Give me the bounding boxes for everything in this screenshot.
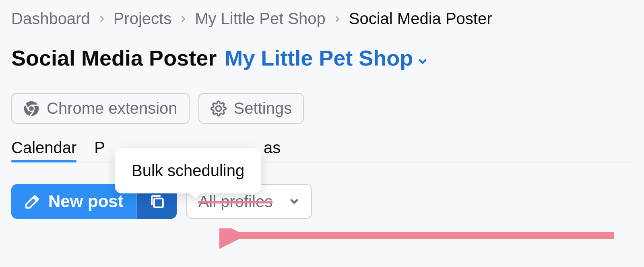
tabs: Calendar P as <box>11 138 633 162</box>
tooltip-text: Bulk scheduling <box>132 162 244 179</box>
chrome-icon <box>23 101 39 117</box>
svg-rect-3 <box>154 199 163 207</box>
toolbar: New post All profiles <box>11 184 633 219</box>
breadcrumb-project-name[interactable]: My Little Pet Shop <box>195 10 326 28</box>
svg-point-2 <box>29 106 34 111</box>
chevron-down-icon <box>289 196 300 207</box>
all-profiles-label: All profiles <box>198 193 273 211</box>
pencil-icon <box>24 193 41 210</box>
settings-label: Settings <box>234 99 292 117</box>
chevron-down-icon <box>417 56 428 67</box>
copy-icon <box>148 193 166 210</box>
chevron-right-icon <box>179 14 188 23</box>
project-picker-label: My Little Pet Shop <box>225 45 413 70</box>
chevron-right-icon <box>333 14 342 23</box>
gear-icon <box>211 101 227 117</box>
settings-button[interactable]: Settings <box>198 93 304 124</box>
tab-content-ideas[interactable]: as <box>264 139 281 162</box>
breadcrumb-dashboard[interactable]: Dashboard <box>11 10 90 28</box>
bulk-scheduling-tooltip: Bulk scheduling <box>115 148 261 193</box>
breadcrumb-projects[interactable]: Projects <box>114 10 172 28</box>
chevron-right-icon <box>97 14 106 23</box>
chrome-extension-label: Chrome extension <box>47 99 178 117</box>
new-post-label: New post <box>48 192 124 211</box>
tab-posts[interactable]: P <box>94 139 105 162</box>
header-actions: Chrome extension Settings <box>11 93 633 124</box>
page-title: Social Media Poster <box>11 45 217 70</box>
project-picker[interactable]: My Little Pet Shop <box>225 45 428 70</box>
breadcrumb: Dashboard Projects My Little Pet Shop So… <box>11 10 633 28</box>
chrome-extension-button[interactable]: Chrome extension <box>11 93 190 124</box>
annotation-arrow <box>219 228 622 253</box>
page-title-row: Social Media Poster My Little Pet Shop <box>11 45 633 70</box>
tab-calendar[interactable]: Calendar <box>11 139 76 162</box>
breadcrumb-current: Social Media Poster <box>349 10 492 28</box>
